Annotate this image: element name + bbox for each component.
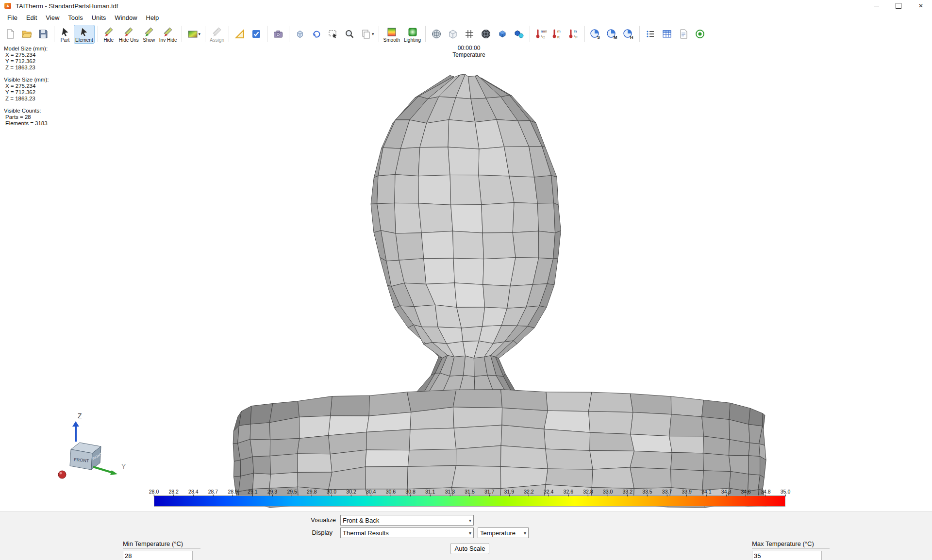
open-file-button[interactable]	[19, 27, 34, 41]
show-button[interactable]: Show	[141, 25, 157, 44]
triangle-icon	[233, 28, 246, 40]
time-hours-button[interactable]: H	[621, 27, 636, 41]
colorbar-tick-mark	[351, 494, 351, 496]
units-in-f-button[interactable]: in°F	[566, 27, 582, 41]
assign-label: Assign	[210, 38, 224, 43]
colorbar-tick: 33.5	[642, 489, 652, 496]
shaded-shapes-button[interactable]	[511, 27, 527, 41]
colorbar-tick: 31.7	[484, 489, 494, 496]
colorbar-tick-mark	[213, 494, 213, 496]
grid-toggle-button[interactable]	[462, 27, 477, 41]
display-select[interactable]: Thermal Results ▾	[340, 527, 474, 538]
info-block-title: Visible Size (mm):	[4, 77, 49, 83]
minimize-icon	[874, 6, 879, 6]
auto-scale-button[interactable]: Auto Scale	[450, 543, 489, 554]
solid-cube-button[interactable]	[495, 27, 510, 41]
orientation-cube[interactable]: Z FRONT RIGHT Y	[54, 410, 159, 490]
axis-y-label: Y	[121, 462, 126, 470]
rotate-view-button[interactable]	[309, 27, 324, 41]
menu-view[interactable]: View	[41, 13, 64, 22]
table-view-button[interactable]	[659, 27, 675, 41]
zoom-tool-button[interactable]	[342, 27, 357, 41]
svg-text:M: M	[614, 35, 617, 40]
menu-edit[interactable]: Edit	[22, 13, 41, 22]
report-view-button[interactable]	[676, 27, 691, 41]
close-button[interactable]: ✕	[910, 0, 932, 12]
lighting-button[interactable]: Lighting	[402, 25, 422, 44]
screenshot-button[interactable]	[270, 27, 286, 41]
apply-check-button[interactable]	[249, 27, 264, 41]
tape-red-icon	[102, 26, 115, 38]
toolbar-separator	[267, 26, 267, 42]
svg-text:°C: °C	[541, 35, 545, 39]
viewport-3d[interactable]: Model Size (mm):X = 275.234Y = 712.362Z …	[0, 45, 932, 511]
colorbar-tick: 29.5	[287, 489, 297, 496]
folder-icon	[20, 28, 33, 40]
menu-tools[interactable]: Tools	[64, 13, 87, 22]
spheremesh-icon	[480, 28, 492, 40]
info-line: Z = 1863.23	[4, 65, 49, 71]
new-file-button[interactable]	[2, 27, 18, 41]
thermo-icon: mm°C	[534, 28, 547, 40]
save-file-button[interactable]	[35, 27, 51, 41]
save-icon	[37, 28, 50, 40]
set-square-button[interactable]	[232, 27, 248, 41]
control-panel: Visualize Front & Back ▾ Display Thermal…	[0, 511, 932, 560]
view-cube-button[interactable]	[292, 27, 308, 41]
colorbar-tick-mark	[647, 494, 648, 496]
colorbar-tick: 30.0	[327, 489, 336, 496]
select-region-button[interactable]	[325, 27, 341, 41]
list-view-button[interactable]	[643, 27, 658, 41]
colorbar-tick-mark	[173, 494, 174, 496]
time-seconds-button[interactable]: S	[588, 27, 603, 41]
copy-view-button[interactable]: ▾	[358, 27, 376, 41]
info-block: Visible Size (mm):X = 275.234Y = 712.362…	[4, 77, 49, 102]
colorbar-tick: 34.3	[721, 489, 731, 496]
clock-icon: H	[622, 28, 635, 40]
maximize-button[interactable]	[887, 0, 910, 12]
display-scalar-select[interactable]: Temperature ▾	[478, 527, 529, 538]
colorbar-tick-mark	[686, 494, 687, 496]
sphere-mesh-button[interactable]	[478, 27, 494, 41]
svg-text:S: S	[597, 35, 600, 40]
hide-label: Hide	[103, 38, 114, 43]
menu-file[interactable]: File	[3, 13, 22, 22]
visualize-label: Visualize	[311, 516, 336, 524]
hide-button[interactable]: Hide	[101, 25, 116, 44]
minimize-button[interactable]	[865, 0, 887, 12]
globe-view-button[interactable]	[429, 27, 444, 41]
invert-hide-button[interactable]: Inv Hide	[158, 25, 179, 44]
max-temperature-input[interactable]	[752, 551, 822, 560]
colorbar-tick-label: 28.7	[208, 489, 218, 494]
color-swatch-button[interactable]: ▾	[185, 27, 202, 41]
menu-units[interactable]: Units	[87, 13, 111, 22]
copy-icon	[360, 28, 372, 40]
colorbar-tick-label: 34.3	[721, 489, 731, 494]
visualize-select[interactable]: Front & Back ▾	[340, 515, 474, 526]
time-minutes-button[interactable]: M	[604, 27, 620, 41]
part-mode-button[interactable]: Part	[57, 25, 73, 44]
colorbar-tick-label: 28.4	[188, 489, 198, 494]
toolbar-separator	[639, 26, 640, 42]
hide-unselected-button[interactable]: Hide Uns	[117, 25, 140, 44]
min-temperature-input[interactable]	[123, 551, 193, 560]
smooth-shading-button[interactable]: Smooth	[382, 25, 401, 44]
svg-text:K: K	[557, 35, 560, 39]
colorbar: 28.028.228.428.728.929.129.329.529.830.0…	[154, 489, 785, 507]
colorbar-tick: 30.8	[405, 489, 415, 496]
element-mode-button[interactable]: Element	[74, 25, 95, 44]
record-toggle-button[interactable]	[692, 27, 708, 41]
colorbar-tick: 28.7	[208, 489, 218, 496]
axis-z-label: Z	[78, 412, 82, 420]
menu-window[interactable]: Window	[110, 13, 141, 22]
assign-button[interactable]: Assign	[208, 25, 226, 44]
title-bar: TAITherm - StandardPartsHuman.tdf ✕	[0, 0, 932, 12]
units-mm-c-button[interactable]: mm°C	[533, 27, 549, 41]
colorbar-tick-label: 29.5	[287, 489, 297, 494]
wire-box-button[interactable]	[445, 27, 461, 41]
menu-help[interactable]: Help	[142, 13, 164, 22]
lightsq-icon	[406, 26, 419, 38]
colorbar-tick-label: 29.3	[267, 489, 277, 494]
units-m-k-button[interactable]: mK	[549, 27, 565, 41]
colorbar-tick-mark	[390, 494, 391, 496]
